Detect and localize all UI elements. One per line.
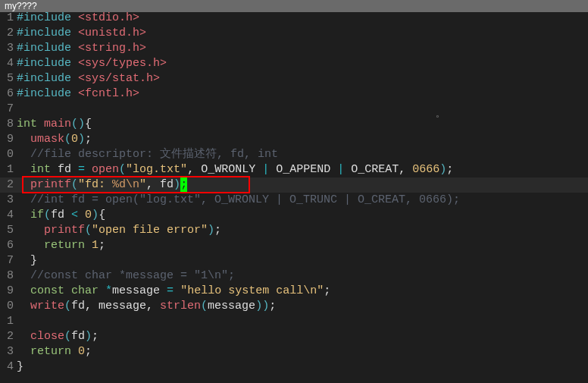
- code-line[interactable]: }: [17, 253, 460, 268]
- code-editor[interactable]: my???? 123456789012345678901234 #include…: [0, 0, 588, 383]
- line-number: 2: [0, 26, 15, 41]
- code-line[interactable]: umask(0);: [17, 132, 460, 147]
- line-number: 2: [0, 329, 15, 344]
- line-number: 9: [0, 132, 15, 147]
- code-line[interactable]: [17, 314, 460, 329]
- line-number: 3: [0, 193, 15, 208]
- line-number: 4: [0, 359, 15, 375]
- line-number: 6: [0, 238, 15, 253]
- line-number: 9: [0, 284, 15, 299]
- line-number-gutter: 123456789012345678901234: [0, 11, 15, 375]
- line-number: 7: [0, 102, 15, 117]
- code-line[interactable]: int main(){: [17, 117, 460, 132]
- code-line[interactable]: printf("fd: %d\n", fd);: [17, 177, 460, 193]
- code-line[interactable]: return 1;: [17, 238, 460, 253]
- code-line[interactable]: #include <string.h>: [17, 41, 460, 56]
- line-number: 0: [0, 147, 15, 162]
- line-number: 6: [0, 86, 15, 102]
- code-line[interactable]: [17, 102, 460, 117]
- line-number: 3: [0, 344, 15, 359]
- line-number: 1: [0, 162, 15, 177]
- text-cursor: ;: [180, 177, 187, 193]
- code-line[interactable]: int fd = open("log.txt", O_WRONLY | O_AP…: [17, 162, 460, 177]
- line-number: 5: [0, 71, 15, 86]
- code-line[interactable]: //const char *message = "1\n";: [17, 268, 460, 284]
- code-line[interactable]: printf("open file error");: [17, 223, 460, 238]
- code-line[interactable]: //int fd = open("log.txt", O_WRONLY | O_…: [17, 193, 460, 208]
- code-line[interactable]: #include <stdio.h>: [17, 11, 460, 26]
- line-number: 1: [0, 314, 15, 329]
- code-line[interactable]: close(fd);: [17, 329, 460, 344]
- line-number: 1: [0, 11, 15, 26]
- code-line[interactable]: #include <sys/types.h>: [17, 56, 460, 71]
- line-number: 2: [0, 177, 15, 193]
- code-line[interactable]: //file descriptor: 文件描述符, fd, int: [17, 147, 460, 162]
- line-number: 7: [0, 253, 15, 268]
- code-line[interactable]: const char *message = "hello system call…: [17, 284, 460, 299]
- code-line[interactable]: #include <sys/stat.h>: [17, 71, 460, 86]
- line-number: 5: [0, 223, 15, 238]
- unknown-glyph-icon: ▫: [436, 113, 439, 120]
- line-number: 8: [0, 117, 15, 132]
- line-number: 8: [0, 268, 15, 284]
- code-line[interactable]: #include <fcntl.h>: [17, 86, 460, 102]
- code-line[interactable]: }: [17, 359, 460, 375]
- code-area[interactable]: #include <stdio.h>#include <unistd.h>#in…: [17, 11, 460, 375]
- code-line[interactable]: #include <unistd.h>: [17, 26, 460, 41]
- code-line[interactable]: if(fd < 0){: [17, 208, 460, 223]
- line-number: 4: [0, 208, 15, 223]
- code-line[interactable]: return 0;: [17, 344, 460, 359]
- code-line[interactable]: write(fd, message, strlen(message));: [17, 299, 460, 314]
- line-number: 4: [0, 56, 15, 71]
- line-number: 0: [0, 299, 15, 314]
- line-number: 3: [0, 41, 15, 56]
